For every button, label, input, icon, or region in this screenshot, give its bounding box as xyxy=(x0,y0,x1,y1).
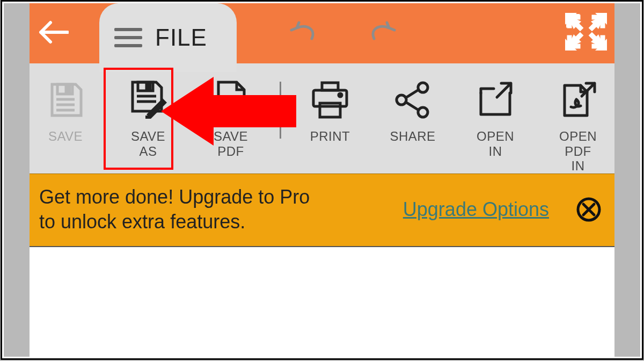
banner-close-button[interactable] xyxy=(575,196,603,223)
redo-icon xyxy=(368,20,398,44)
undo-button[interactable] xyxy=(288,20,318,46)
svg-point-19 xyxy=(397,95,406,105)
svg-rect-13 xyxy=(145,115,151,119)
menu-icon xyxy=(114,28,142,47)
svg-rect-9 xyxy=(66,86,70,92)
open-pdf-in-label: OPEN PDF IN xyxy=(559,129,597,174)
upgrade-options-link[interactable]: Upgrade Options xyxy=(403,198,549,221)
fullscreen-icon xyxy=(565,13,607,50)
device-bezel-left xyxy=(4,3,30,357)
print-label: PRINT xyxy=(310,129,350,144)
save-pdf-icon xyxy=(212,78,250,121)
file-tab-label: FILE xyxy=(155,24,207,51)
device-bezel-right xyxy=(614,3,640,357)
open-pdf-in-icon xyxy=(558,78,598,121)
banner-text: Get more done! Upgrade to Pro to unlock … xyxy=(39,185,318,234)
top-bar: FILE xyxy=(30,3,614,63)
print-icon xyxy=(309,78,351,121)
open-in-button[interactable]: OPEN IN xyxy=(462,73,529,158)
toolbar-divider xyxy=(280,82,281,139)
save-as-button[interactable]: SAVE AS xyxy=(114,73,182,158)
save-label: SAVE xyxy=(48,129,83,144)
open-pdf-in-button[interactable]: OPEN PDF IN xyxy=(544,73,612,174)
close-icon xyxy=(576,197,602,222)
arrow-left-icon xyxy=(38,19,69,47)
redo-button[interactable] xyxy=(368,20,398,46)
share-label: SHARE xyxy=(390,129,435,144)
save-pdf-label: SAVE PDF xyxy=(214,129,248,158)
save-button[interactable]: SAVE xyxy=(32,73,99,144)
share-icon xyxy=(393,78,433,121)
document-area[interactable] xyxy=(30,247,614,357)
print-button[interactable]: PRINT xyxy=(296,73,364,144)
open-in-label: OPEN IN xyxy=(477,129,514,158)
svg-point-17 xyxy=(339,93,342,97)
file-toolbar: SAVE SAVE AS SAVE PDF xyxy=(30,63,614,174)
share-button[interactable]: SHARE xyxy=(379,73,447,144)
undo-icon xyxy=(288,20,318,44)
open-in-icon xyxy=(475,78,515,121)
back-button[interactable] xyxy=(30,3,77,63)
upgrade-banner: Get more done! Upgrade to Pro to unlock … xyxy=(30,174,614,247)
svg-point-18 xyxy=(418,83,428,92)
save-icon xyxy=(47,78,84,121)
save-as-label: SAVE AS xyxy=(131,129,165,158)
svg-rect-11 xyxy=(147,84,150,89)
save-as-icon xyxy=(128,78,168,121)
file-tab[interactable]: FILE xyxy=(99,3,237,72)
svg-point-20 xyxy=(418,107,428,117)
fullscreen-button[interactable] xyxy=(565,13,607,53)
save-pdf-button[interactable]: SAVE PDF xyxy=(197,73,265,158)
